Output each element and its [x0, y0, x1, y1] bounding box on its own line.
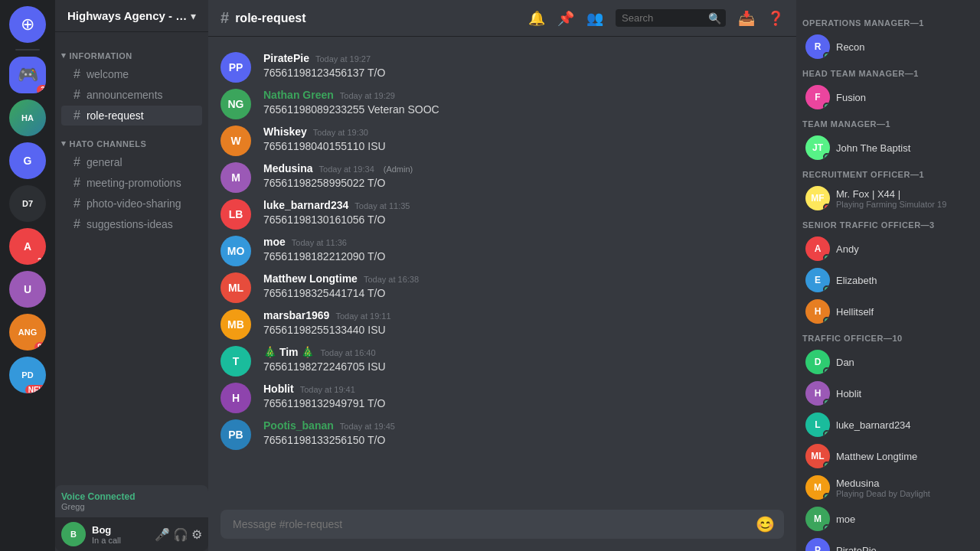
channel-general[interactable]: # general [61, 152, 202, 172]
hash-icon: # [74, 197, 80, 210]
hash-icon: # [74, 88, 80, 102]
pin-icon[interactable]: 📌 [557, 10, 574, 27]
server-icon-3[interactable]: D7 [9, 185, 46, 222]
server-icon-discord[interactable]: 🎮 3 [9, 57, 46, 93]
sidebar: Highways Agency - Discord ▾ ▾ INFORMATIO… [55, 0, 208, 551]
search-icon: 🔍 [708, 12, 721, 24]
search-container: 🔍 [616, 9, 726, 27]
member-item[interactable]: JT John The Baptist [799, 132, 977, 163]
message-avatar: MO [220, 236, 251, 266]
current-user-status: In a call [92, 536, 149, 545]
sidebar-header[interactable]: Highways Agency - Discord ▾ [55, 0, 208, 32]
message-text: 76561198255133440 ISU [263, 323, 784, 338]
member-name: John The Baptist [836, 142, 971, 154]
member-status-dot [823, 52, 830, 59]
member-item[interactable]: E Elizabeth [799, 265, 977, 295]
member-info: Andy [836, 243, 971, 255]
microphone-icon[interactable]: 🎤 [155, 527, 170, 542]
member-name: Recon [836, 41, 971, 53]
server-icon-4[interactable]: A 29 [9, 228, 46, 265]
message-avatar: M [220, 162, 251, 193]
member-item[interactable]: L luke_barnard234 [799, 409, 977, 440]
bell-icon[interactable]: 🔔 [528, 10, 545, 27]
member-item[interactable]: H Hellitself [799, 296, 977, 327]
chat-header-actions: 🔔 📌 👥 🔍 📥 ❓ [528, 9, 784, 27]
message-content: moe Today at 11:36 76561198182212090 T/O [263, 236, 784, 265]
message-avatar: T [220, 346, 251, 377]
inbox-icon[interactable]: 📥 [738, 10, 755, 27]
server-icon-2[interactable]: G [9, 142, 46, 179]
channel-name: role-request [87, 109, 144, 122]
message-text: 76561198130161056 T/O [263, 213, 784, 228]
voice-connected-panel: Voice Connected Gregg [55, 485, 208, 517]
message-header: Matthew Longtime Today at 16:38 [263, 272, 784, 285]
message-header: Whiskey Today at 19:30 [263, 126, 784, 138]
members-category: TEAM MANAGER—1 [796, 113, 980, 132]
message-text: 76561198325441714 T/O [263, 286, 784, 302]
message-timestamp: Today at 11:35 [354, 201, 410, 210]
chat-header: # role-request 🔔 📌 👥 🔍 📥 ❓ [208, 0, 796, 37]
channel-announcements[interactable]: # announcements [61, 85, 202, 105]
member-name: Dan [836, 357, 971, 368]
message-content: Pootis_banan Today at 19:45 765611981332… [263, 419, 784, 448]
message-avatar: NG [220, 89, 251, 119]
settings-icon[interactable]: ⚙ [191, 527, 202, 542]
channel-hash-icon: # [220, 9, 229, 27]
member-avatar: A [805, 236, 830, 261]
message: PP PiratePie Today at 19:27 765611981234… [208, 49, 796, 86]
member-item[interactable]: F Fusion [799, 82, 977, 112]
message-text: 76561198182212090 T/O [263, 249, 784, 265]
member-item[interactable]: R Recon [799, 31, 977, 62]
member-info: Dan [836, 357, 971, 368]
members-icon[interactable]: 👥 [586, 10, 603, 27]
member-item[interactable]: D Dan [799, 347, 977, 377]
home-button[interactable]: ⊕ [9, 6, 46, 43]
channel-suggestions[interactable]: # suggestions-ideas [61, 214, 202, 234]
server-icon-5[interactable]: U [9, 271, 46, 308]
member-item[interactable]: A Andy [799, 233, 977, 264]
server-badge-6: 93 [34, 342, 46, 350]
server-icon-7[interactable]: PD NEW [9, 357, 46, 393]
server-icon-1[interactable]: HA [9, 99, 46, 136]
member-avatar: M [805, 507, 830, 531]
member-status-dot [823, 204, 830, 210]
member-item[interactable]: M moe [799, 504, 977, 534]
headset-icon[interactable]: 🎧 [173, 527, 188, 542]
help-icon[interactable]: ❓ [767, 10, 784, 27]
members-category: TRAFFIC OFFICER—10 [796, 328, 980, 346]
channel-photo-video[interactable]: # photo-video-sharing [61, 194, 202, 214]
member-item[interactable]: ML Matthew Longtime [799, 441, 977, 471]
member-status-dot [823, 461, 830, 468]
current-user-name: Bog [92, 524, 149, 536]
member-avatar: ML [805, 444, 830, 468]
message-avatar: PP [220, 52, 251, 83]
channel-meeting-promotions[interactable]: # meeting-promotions [61, 173, 202, 193]
channel-welcome[interactable]: # welcome [61, 64, 202, 84]
message-header: PiratePie Today at 19:27 [263, 52, 784, 64]
member-info: Recon [836, 41, 971, 53]
member-info: Elizabeth [836, 275, 971, 286]
member-item[interactable]: H Hoblit [799, 378, 977, 409]
channel-role-request[interactable]: # role-request [61, 106, 202, 126]
message-header: moe Today at 11:36 [263, 236, 784, 248]
member-item[interactable]: MF Mr. Fox | X44 | Playing Farming Simul… [799, 183, 977, 214]
member-info: Hellitself [836, 306, 971, 318]
member-info: PiratePie [836, 545, 971, 552]
member-avatar: H [805, 381, 830, 406]
channel-name: announcements [87, 89, 163, 101]
member-info: Mr. Fox | X44 | Playing Farming Simulato… [836, 188, 971, 209]
message-header: luke_barnard234 Today at 11:35 [263, 199, 784, 211]
server-icon-6[interactable]: ANG 93 [9, 314, 46, 350]
member-item[interactable]: P PiratePie [799, 535, 977, 551]
message-timestamp: Today at 19:34 [319, 165, 374, 174]
member-avatar: L [805, 412, 830, 437]
member-info: moe [836, 514, 971, 525]
chevron-down-icon: ▾ [191, 10, 196, 22]
message-author: luke_barnard234 [263, 199, 348, 211]
message-input[interactable] [220, 510, 784, 539]
member-item[interactable]: M Medusina Playing Dead by Daylight [799, 472, 977, 503]
channel-name: welcome [87, 68, 129, 80]
emoji-button[interactable]: 😊 [756, 515, 775, 533]
members-category: HEAD TEAM MANAGER—1 [796, 63, 980, 81]
server-list: ⊕ 🎮 3 HA G D7 A 29 U ANG 93 PD NEW [0, 0, 55, 551]
